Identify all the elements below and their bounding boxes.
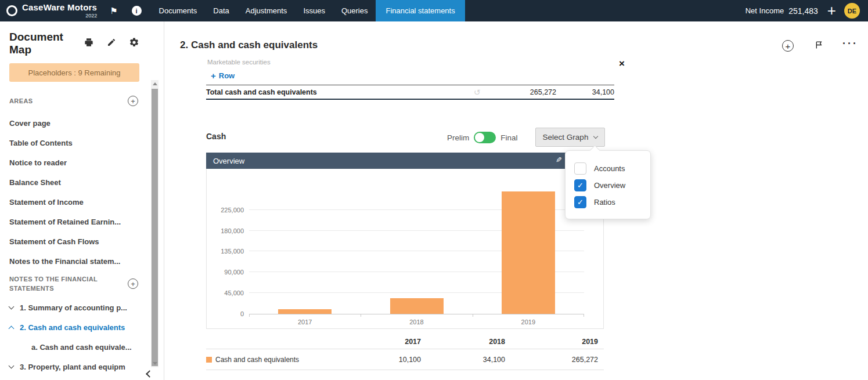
checkbox-overview[interactable]: ✓: [574, 179, 586, 191]
top-nav-data[interactable]: Data: [205, 0, 237, 21]
chart-panel-header: Overview ✎: [206, 153, 604, 169]
summary-value: 265,272: [505, 356, 598, 364]
x-axis-label: 2017: [249, 319, 361, 325]
print-icon[interactable]: [84, 38, 94, 49]
y-axis-label: 135,000: [203, 248, 244, 255]
add-row-label: Row: [219, 71, 235, 80]
total-row: Total cash and cash equivalents ↺ 265,27…: [206, 85, 614, 100]
chevron-down-icon[interactable]: [9, 363, 15, 369]
total-value-current: 265,272: [498, 88, 556, 96]
y-axis-label: 0: [203, 310, 244, 317]
summary-table-row: Cash and cash equivalents 10,10034,10026…: [206, 349, 604, 370]
info-icon[interactable]: i: [132, 6, 142, 16]
total-label: Total cash and cash equivalents: [206, 88, 456, 96]
chevron-down-icon[interactable]: [9, 304, 15, 310]
placeholders-button[interactable]: Placeholders : 9 Remaining: [9, 63, 139, 82]
sidebar-item-statement-of-income[interactable]: Statement of Income: [0, 192, 164, 212]
sidebar-scrollbar[interactable]: [151, 80, 159, 367]
graph-options-list: Accounts✓Overview✓Ratios: [566, 160, 650, 211]
top-nav-adjustments[interactable]: Adjustments: [237, 0, 296, 21]
top-nav-documents[interactable]: Documents: [151, 0, 206, 21]
add-row-button[interactable]: + Row: [211, 71, 235, 81]
graph-option-overview[interactable]: ✓Overview: [566, 177, 650, 194]
scroll-down-icon[interactable]: [153, 362, 157, 365]
bar-2018[interactable]: [390, 298, 444, 314]
y-axis-label: 45,000: [203, 289, 244, 296]
sidebar-item-2-cash-and-cash-equivalents[interactable]: 2. Cash and cash equivalents: [0, 317, 164, 337]
sidebar-item-balance-sheet[interactable]: Balance Sheet: [0, 172, 164, 192]
summary-col-2018: 2018: [421, 338, 505, 346]
sidebar-item-table-of-contents[interactable]: Table of Contents: [0, 133, 164, 153]
graph-option-label: Overview: [594, 181, 625, 190]
chart-panel-title: Overview: [213, 157, 244, 165]
page-title: 2. Cash and cash equivalents: [180, 39, 318, 51]
sidebar-item-3-property-plant-and-equipm[interactable]: 3. Property, plant and equipm: [0, 357, 164, 377]
topbar: CaseWare Motors 2022 ⚑ i DocumentsDataAd…: [0, 0, 868, 21]
bar-2019[interactable]: [502, 191, 555, 314]
top-nav-issues[interactable]: Issues: [295, 0, 333, 21]
axis-tick: [249, 314, 250, 317]
sidebar-item-notes-to-the-financial-statem[interactable]: Notes to the Financial statem...: [0, 251, 164, 271]
summary-value: 10,100: [337, 356, 421, 364]
x-axis-label: 2019: [473, 319, 584, 325]
sidebar-item-a-cash-and-cash-equivale[interactable]: a. Cash and cash equivale...: [0, 337, 164, 357]
add-note-icon[interactable]: +: [128, 278, 138, 289]
app-window: CaseWare Motors 2022 ⚑ i DocumentsDataAd…: [0, 0, 868, 380]
add-section-icon[interactable]: +: [782, 40, 794, 52]
prelim-final-toggle[interactable]: [474, 132, 496, 143]
areas-section-header: AREAS +: [0, 95, 164, 107]
table-row-label: Marketable securities: [206, 59, 614, 67]
axis-tick: [473, 314, 473, 317]
chart-edit-icon[interactable]: ✎: [556, 155, 562, 164]
select-graph-label: Select Graph: [543, 133, 589, 142]
scrollbar-thumb[interactable]: [152, 89, 158, 366]
bar-2017[interactable]: [278, 309, 332, 314]
history-icon[interactable]: ↺: [456, 88, 498, 97]
document-map-sidebar: Document Map Placeholders : 9 Remaining …: [0, 21, 164, 380]
toggle-knob: [475, 133, 484, 142]
sidebar-item-1-summary-of-accounting-p[interactable]: 1. Summary of accounting p...: [0, 298, 164, 317]
cash-table: × Marketable securities + Row Total cash…: [206, 59, 614, 100]
summary-row-cells: 10,10034,100265,272: [337, 356, 604, 364]
sidebar-item-notice-to-reader[interactable]: Notice to reader: [0, 153, 164, 172]
checkbox-accounts[interactable]: [574, 162, 586, 175]
sidebar-item-cover-page[interactable]: Cover page: [0, 113, 164, 133]
y-axis-label: 180,000: [203, 227, 244, 234]
summary-table-header: 201720182019: [206, 334, 604, 349]
close-icon[interactable]: ×: [619, 59, 625, 68]
add-area-icon[interactable]: +: [128, 96, 138, 106]
gear-icon[interactable]: [129, 37, 139, 50]
sidebar-item-statement-of-cash-flows[interactable]: Statement of Cash Flows: [0, 231, 164, 251]
chevron-up-icon[interactable]: [9, 325, 15, 331]
notes-section-header: NOTES TO THE FINANCIAL STATEMENTS +: [0, 272, 164, 295]
axis-tick: [361, 314, 361, 317]
select-graph-dropdown-button[interactable]: Select Graph: [535, 128, 605, 147]
x-axis-label: 2018: [361, 319, 472, 325]
edit-pencil-icon[interactable]: [107, 38, 116, 49]
top-nav: DocumentsDataAdjustmentsIssuesQueriesFin…: [151, 0, 465, 21]
sidebar-item-statement-of-retained-earnin[interactable]: Statement of Retained Earnin...: [0, 212, 164, 231]
checkbox-ratios[interactable]: ✓: [574, 196, 586, 208]
sidebar-header: Document Map: [0, 21, 164, 56]
sidebar-header-icons: [84, 37, 139, 50]
brand-year: 2022: [22, 13, 97, 19]
graph-option-label: Accounts: [594, 164, 625, 173]
net-income-label: Net Income: [745, 6, 784, 15]
add-icon[interactable]: +: [827, 3, 836, 18]
more-options-icon[interactable]: ···: [842, 38, 858, 50]
chart-summary-table: 201720182019 Cash and cash equivalents 1…: [206, 334, 604, 370]
avatar[interactable]: DE: [844, 3, 860, 19]
flag-outline-icon[interactable]: [815, 39, 824, 53]
top-nav-financial-statements[interactable]: Financial statements: [376, 0, 464, 21]
brand-title: CaseWare Motors: [22, 2, 97, 12]
net-income-value: 251,483: [788, 6, 818, 16]
scroll-up-icon[interactable]: [153, 82, 157, 85]
flag-icon[interactable]: ⚑: [110, 6, 117, 16]
graph-option-accounts[interactable]: Accounts: [566, 160, 650, 177]
top-nav-queries[interactable]: Queries: [333, 0, 376, 21]
areas-label: AREAS: [9, 97, 33, 104]
summary-col-2019: 2019: [505, 338, 598, 346]
graph-option-ratios[interactable]: ✓Ratios: [566, 194, 650, 211]
overview-chart-panel: Overview ✎ 045,00090,000135,000180,00022…: [206, 153, 604, 329]
prelim-label: Prelim: [447, 133, 469, 142]
